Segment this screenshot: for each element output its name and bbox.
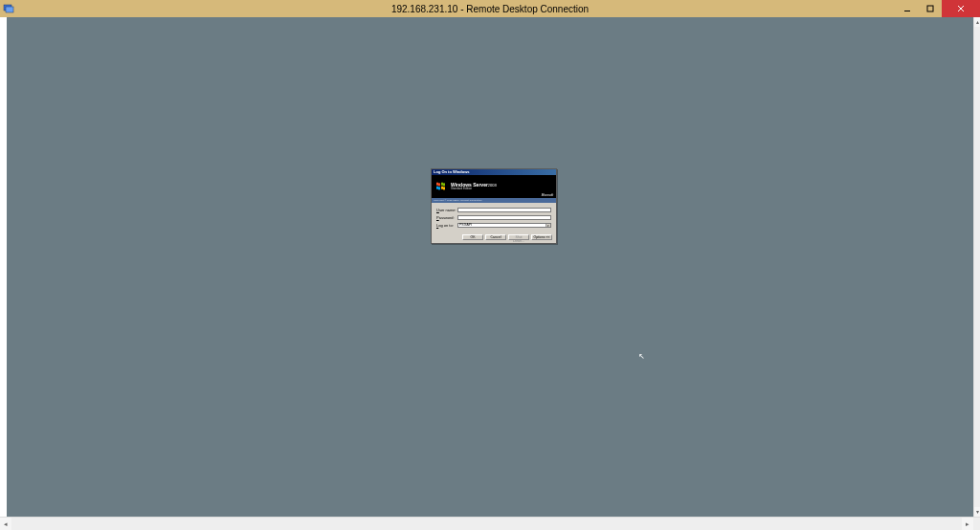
remote-desktop-viewport[interactable]: Log On to Windows Windows Server2003 Sta…	[7, 17, 973, 517]
svg-rect-2	[904, 11, 910, 11]
password-input[interactable]	[457, 215, 551, 220]
close-button[interactable]	[942, 0, 980, 17]
minimize-button[interactable]	[896, 0, 919, 17]
brand-vendor: Microsoft	[542, 193, 553, 197]
options-button[interactable]: Options <<	[531, 234, 552, 240]
remote-cursor-icon: ↖	[638, 352, 645, 361]
chevron-down-icon: ▾	[546, 224, 550, 227]
username-input[interactable]	[457, 208, 551, 212]
logonto-combo[interactable]: PSGAPI ▾	[457, 223, 551, 228]
maximize-button[interactable]	[919, 0, 942, 17]
cancel-button[interactable]: Cancel	[485, 234, 506, 240]
logon-buttons: OK Cancel Shut Down... Options <<	[432, 232, 556, 243]
scroll-left-icon[interactable]: ◂	[0, 518, 11, 530]
window-title: 192.168.231.10 - Remote Desktop Connecti…	[0, 4, 980, 14]
username-label: User name:	[436, 208, 457, 212]
ok-button[interactable]: OK	[462, 234, 483, 240]
brand-text: Windows Server2003 Standard Edition	[451, 183, 497, 190]
brand-year: 2003	[488, 183, 497, 188]
windows-flag-icon	[435, 181, 447, 192]
titlebar: 192.168.231.10 - Remote Desktop Connecti…	[0, 0, 980, 17]
vertical-scrollbar[interactable]: ▴ ▾	[973, 17, 980, 517]
scroll-right-icon[interactable]: ▸	[962, 518, 973, 530]
shutdown-button: Shut Down...	[508, 234, 529, 240]
logonto-value: PSGAPI	[459, 223, 472, 227]
logonto-label: Log on to:	[436, 223, 457, 228]
brand-banner: Windows Server2003 Standard Edition Micr…	[432, 175, 556, 198]
window-controls	[896, 0, 980, 17]
scroll-up-icon[interactable]: ▴	[974, 17, 980, 27]
svg-rect-3	[927, 6, 933, 11]
logon-dialog: Log On to Windows Windows Server2003 Sta…	[431, 168, 557, 244]
logon-form: User name: Password: Log on to: PSGAPI ▾	[432, 203, 556, 232]
client-area: Log On to Windows Windows Server2003 Sta…	[0, 17, 980, 530]
password-label: Password:	[436, 215, 457, 220]
horizontal-scrollbar[interactable]: ◂ ▸	[0, 517, 980, 530]
brand-edition: Standard Edition	[451, 188, 497, 190]
scroll-down-icon[interactable]: ▾	[974, 507, 980, 517]
